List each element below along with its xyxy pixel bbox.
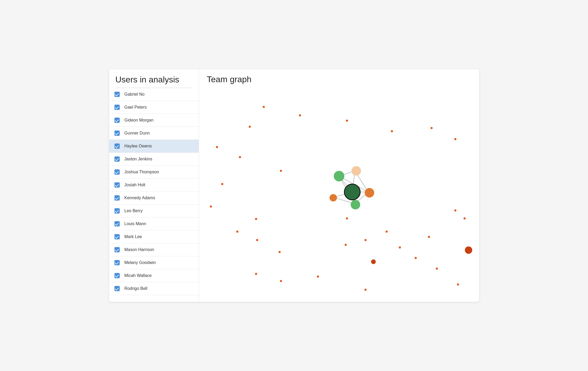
user-name: Josiah Holt bbox=[124, 183, 145, 187]
scatter-dot bbox=[364, 289, 367, 291]
graph-node-center[interactable] bbox=[344, 184, 360, 200]
scatter-dot bbox=[436, 268, 438, 270]
user-checkbox bbox=[114, 118, 120, 123]
scatter-dot bbox=[299, 114, 301, 117]
user-checkbox bbox=[114, 260, 120, 265]
user-item[interactable]: Gunner Dunn bbox=[109, 127, 199, 140]
scatter-dot bbox=[399, 247, 401, 249]
scatter-dot-medium bbox=[371, 259, 376, 264]
user-checkbox bbox=[114, 221, 120, 226]
user-checkbox bbox=[114, 92, 120, 97]
scatter-dot bbox=[255, 218, 257, 220]
user-checkbox bbox=[114, 105, 120, 110]
scatter-dot bbox=[386, 231, 388, 233]
user-item[interactable]: Kennedy Adams bbox=[109, 192, 199, 205]
sidebar-title: Users in analysis bbox=[109, 69, 199, 88]
scatter-dot bbox=[454, 210, 456, 212]
user-name: Louis Mann bbox=[124, 221, 146, 226]
team-graph-svg bbox=[199, 87, 479, 302]
user-checkbox bbox=[114, 234, 120, 239]
main-content: Team graph bbox=[199, 69, 479, 302]
graph-node-orange-left[interactable] bbox=[330, 194, 337, 202]
user-item[interactable]: Gael Peters bbox=[109, 101, 199, 114]
scatter-dot bbox=[415, 257, 417, 259]
user-name: Joshua Thompson bbox=[124, 170, 159, 174]
scatter-dot bbox=[239, 156, 241, 158]
main-title: Team graph bbox=[199, 69, 479, 87]
user-item[interactable]: Gideon Morgan bbox=[109, 114, 199, 127]
scatter-dot bbox=[391, 130, 393, 132]
user-name: Micah Wallace bbox=[124, 273, 152, 278]
user-item[interactable]: Mark Lee bbox=[109, 230, 199, 243]
user-name: Haylee Owens bbox=[124, 144, 152, 149]
scatter-dot bbox=[346, 120, 348, 122]
scatter-dot bbox=[216, 146, 218, 148]
user-name: Kennedy Adams bbox=[124, 196, 155, 200]
user-item[interactable]: Mason Harrison bbox=[109, 243, 199, 256]
user-name: Melany Goodwin bbox=[124, 260, 156, 265]
scatter-dot-large bbox=[465, 247, 472, 254]
user-name: Gunner Dunn bbox=[124, 131, 150, 136]
user-item[interactable]: Louis Mann bbox=[109, 217, 199, 230]
user-checkbox bbox=[114, 143, 120, 149]
user-item[interactable]: Gabriel No bbox=[109, 88, 199, 101]
user-item[interactable]: Jaxton Jenkins bbox=[109, 153, 199, 166]
scatter-dot bbox=[346, 217, 348, 220]
user-item[interactable]: Melany Goodwin bbox=[109, 256, 199, 269]
graph-node-peach[interactable] bbox=[351, 166, 361, 176]
user-item[interactable]: Micah Wallace bbox=[109, 269, 199, 282]
sidebar: Users in analysis Gabriel NoGael PetersG… bbox=[109, 69, 199, 302]
user-name: Leo Berry bbox=[124, 208, 143, 213]
user-checkbox bbox=[114, 208, 120, 214]
scatter-dot bbox=[457, 284, 459, 286]
scatter-dot bbox=[430, 127, 433, 129]
graph-node-bottom-green[interactable] bbox=[351, 200, 360, 210]
scatter-dot bbox=[279, 251, 281, 253]
scatter-dot bbox=[210, 206, 212, 208]
scatter-dot bbox=[464, 217, 466, 220]
user-checkbox bbox=[114, 273, 120, 278]
scatter-dot bbox=[280, 170, 282, 172]
graph-node-orange-right[interactable] bbox=[365, 188, 374, 198]
user-name: Gideon Morgan bbox=[124, 118, 154, 123]
user-item[interactable]: Joshua Thompson bbox=[109, 166, 199, 179]
user-checkbox bbox=[114, 156, 120, 162]
user-name: Jaxton Jenkins bbox=[124, 157, 152, 161]
user-item[interactable]: Rodrigo Bell bbox=[109, 282, 199, 295]
scatter-dot bbox=[364, 239, 367, 241]
scatter-dot bbox=[255, 273, 257, 275]
user-checkbox bbox=[114, 169, 120, 175]
user-name: Gabriel No bbox=[124, 92, 145, 97]
scatter-dot bbox=[280, 280, 282, 282]
scatter-dot bbox=[317, 276, 319, 278]
scatter-dot bbox=[256, 239, 258, 241]
user-name: Mark Lee bbox=[124, 234, 142, 239]
user-checkbox bbox=[114, 286, 120, 291]
scatter-dot bbox=[249, 126, 251, 128]
app-container: Users in analysis Gabriel NoGael PetersG… bbox=[109, 69, 479, 302]
graph-node-top-green[interactable] bbox=[334, 171, 344, 182]
user-name: Mason Harrison bbox=[124, 247, 154, 252]
user-checkbox bbox=[114, 247, 120, 252]
user-name: Rodrigo Bell bbox=[124, 286, 147, 291]
user-checkbox bbox=[114, 182, 120, 188]
user-item[interactable]: Haylee Owens bbox=[109, 140, 199, 153]
scatter-dot bbox=[221, 183, 223, 185]
scatter-dot bbox=[263, 106, 265, 108]
scatter-dot bbox=[454, 138, 456, 140]
user-name: Gael Peters bbox=[124, 105, 147, 110]
user-list[interactable]: Gabriel NoGael PetersGideon MorganGunner… bbox=[109, 88, 199, 302]
graph-area bbox=[199, 87, 479, 302]
scatter-dot bbox=[345, 244, 347, 246]
user-item[interactable]: Josiah Holt bbox=[109, 179, 199, 192]
user-checkbox bbox=[114, 131, 120, 136]
user-checkbox bbox=[114, 195, 120, 201]
scatter-dot bbox=[236, 231, 238, 233]
user-item[interactable]: Leo Berry bbox=[109, 205, 199, 217]
scatter-dot bbox=[428, 236, 430, 238]
